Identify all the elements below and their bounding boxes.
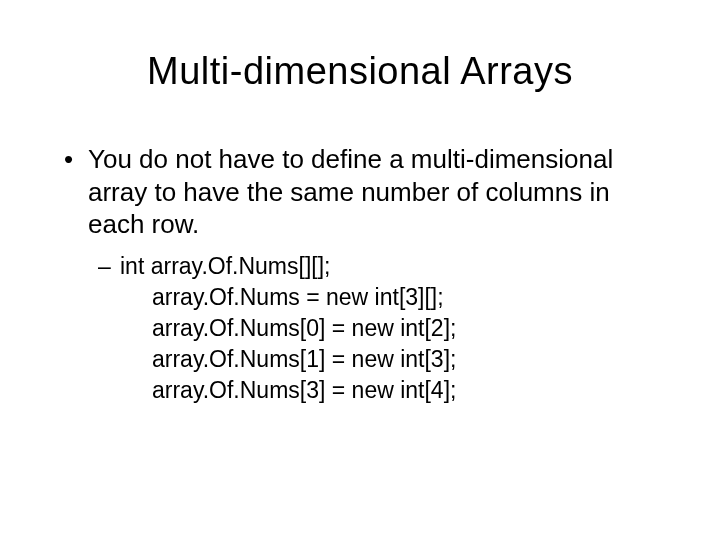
slide-title: Multi-dimensional Arrays xyxy=(60,50,660,93)
sub-bullet-marker: – xyxy=(98,251,120,282)
sub-bullet-item: – int array.Of.Nums[][]; xyxy=(98,251,660,282)
code-text: array.Of.Nums = new int[3][]; xyxy=(152,282,660,313)
slide: Multi-dimensional Arrays • You do not ha… xyxy=(0,0,720,540)
bullet-marker: • xyxy=(60,143,88,241)
bullet-text: You do not have to define a multi-dimens… xyxy=(88,143,660,241)
slide-body: • You do not have to define a multi-dime… xyxy=(60,143,660,406)
code-text: array.Of.Nums[3] = new int[4]; xyxy=(152,375,660,406)
code-text: int array.Of.Nums[][]; xyxy=(120,251,330,282)
code-text: array.Of.Nums[0] = new int[2]; xyxy=(152,313,660,344)
bullet-item: • You do not have to define a multi-dime… xyxy=(60,143,660,241)
code-text: array.Of.Nums[1] = new int[3]; xyxy=(152,344,660,375)
